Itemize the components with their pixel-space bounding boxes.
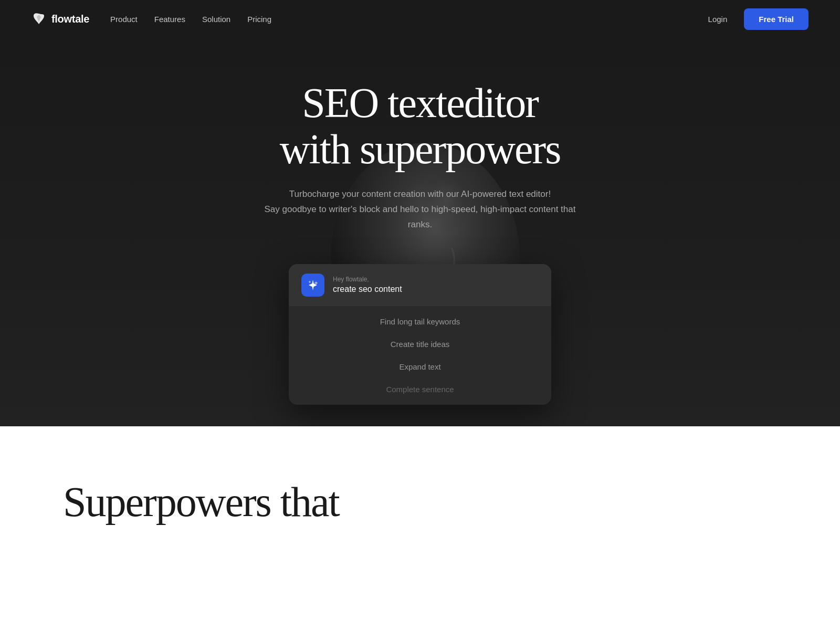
ai-menu-item-keywords[interactable]: Find long tail keywords	[289, 310, 551, 333]
nav-right: Login Free Trial	[702, 8, 808, 30]
hero-subtitle: Turbocharge your content creation with o…	[262, 187, 578, 233]
ai-card-header: Hey flowtale, create seo content	[289, 264, 551, 306]
bottom-section: Superpowers that	[0, 426, 840, 630]
nav-left: flowtale Product Features Solution Prici…	[32, 12, 271, 26]
login-button[interactable]: Login	[702, 10, 734, 28]
flowtale-logo-icon	[32, 12, 46, 26]
navbar: flowtale Product Features Solution Prici…	[0, 0, 840, 38]
free-trial-button[interactable]: Free Trial	[744, 8, 808, 30]
nav-pricing[interactable]: Pricing	[247, 15, 271, 24]
hero-section: SEO texteditor with superpowers Turbocha…	[0, 38, 840, 426]
hero-subtitle-line1: Turbocharge your content creation with o…	[289, 189, 551, 199]
nav-product[interactable]: Product	[110, 15, 138, 24]
nav-features[interactable]: Features	[154, 15, 185, 24]
ai-menu-item-expand[interactable]: Expand text	[289, 355, 551, 378]
ai-card-text: Hey flowtale, create seo content	[333, 276, 402, 294]
logo[interactable]: flowtale	[32, 12, 89, 26]
ai-menu: Find long tail keywords Create title ide…	[289, 306, 551, 405]
ai-menu-item-complete[interactable]: Complete sentence	[289, 378, 551, 401]
brand-name: flowtale	[51, 13, 89, 25]
ai-widget: Hey flowtale, create seo content Find lo…	[289, 264, 551, 405]
hero-title-line2: with superpowers	[280, 126, 561, 172]
hero-subtitle-line2: Say goodbye to writer's block and hello …	[265, 204, 576, 229]
ai-icon-box	[301, 274, 324, 297]
ai-card: Hey flowtale, create seo content Find lo…	[289, 264, 551, 405]
hero-title-line1: SEO texteditor	[302, 80, 538, 126]
hero-title: SEO texteditor with superpowers	[280, 80, 561, 172]
ai-card-command: create seo content	[333, 285, 402, 294]
nav-links: Product Features Solution Pricing	[110, 15, 271, 24]
ai-menu-item-titles[interactable]: Create title ideas	[289, 333, 551, 355]
bottom-title: Superpowers that	[63, 479, 777, 525]
sparkle-icon	[307, 279, 319, 291]
nav-solution[interactable]: Solution	[202, 15, 230, 24]
ai-card-label: Hey flowtale,	[333, 276, 402, 283]
